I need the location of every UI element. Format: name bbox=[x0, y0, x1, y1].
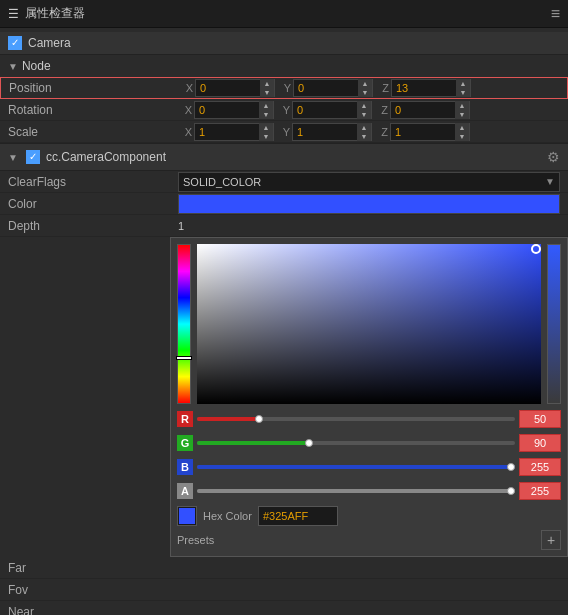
cp-hue-handle bbox=[176, 356, 192, 360]
near-label: Near bbox=[8, 605, 178, 616]
scale-y-axis-label: Y bbox=[276, 126, 290, 138]
pos-z-wrapper: ▲ ▼ bbox=[391, 79, 471, 97]
scale-y-up[interactable]: ▲ bbox=[357, 123, 371, 132]
scale-y-wrapper: ▲ ▼ bbox=[292, 123, 372, 141]
rgba-b-row: B bbox=[177, 456, 561, 478]
pos-x-up[interactable]: ▲ bbox=[260, 79, 274, 88]
a-slider-thumb bbox=[507, 487, 515, 495]
node-section-header[interactable]: ▼ Node bbox=[0, 55, 568, 77]
depth-value: 1 bbox=[178, 220, 184, 232]
cp-gradient-area[interactable] bbox=[197, 244, 541, 404]
pos-z-down[interactable]: ▼ bbox=[456, 88, 470, 97]
hex-swatch bbox=[177, 506, 197, 526]
color-row: Color bbox=[0, 193, 568, 215]
b-slider-track[interactable] bbox=[197, 465, 515, 469]
pos-z-axis-label: Z bbox=[375, 82, 389, 94]
near-row: Near bbox=[0, 601, 568, 615]
pos-y-down[interactable]: ▼ bbox=[358, 88, 372, 97]
depth-row: Depth 1 bbox=[0, 215, 568, 237]
rot-y-up[interactable]: ▲ bbox=[357, 101, 371, 110]
rot-z-up[interactable]: ▲ bbox=[455, 101, 469, 110]
rot-z-down[interactable]: ▼ bbox=[455, 110, 469, 119]
depth-label: Depth bbox=[8, 219, 178, 233]
rot-y-axis-label: Y bbox=[276, 104, 290, 116]
b-value-input[interactable] bbox=[519, 458, 561, 476]
scale-fields: X ▲ ▼ Y ▲ ▼ Z bbox=[178, 123, 560, 141]
pos-x-spinners: ▲ ▼ bbox=[260, 79, 274, 97]
rgba-a-row: A bbox=[177, 480, 561, 502]
fov-row: Fov bbox=[0, 579, 568, 601]
cp-cursor bbox=[531, 244, 541, 254]
scale-y-down[interactable]: ▼ bbox=[357, 132, 371, 141]
rot-x-down[interactable]: ▼ bbox=[259, 110, 273, 119]
pos-x-down[interactable]: ▼ bbox=[260, 88, 274, 97]
hex-input[interactable] bbox=[258, 506, 338, 526]
component-label: cc.CameraComponent bbox=[46, 150, 166, 164]
rot-y-down[interactable]: ▼ bbox=[357, 110, 371, 119]
r-value-input[interactable] bbox=[519, 410, 561, 428]
hex-color-preview bbox=[179, 508, 195, 524]
g-value-input[interactable] bbox=[519, 434, 561, 452]
rgba-r-row: R bbox=[177, 408, 561, 430]
position-row: Position X ▲ ▼ Y ▲ ▼ bbox=[0, 77, 568, 99]
scale-z-down[interactable]: ▼ bbox=[455, 132, 469, 141]
g-slider-thumb bbox=[305, 439, 313, 447]
rotation-fields: X ▲ ▼ Y ▲ ▼ Z bbox=[178, 101, 560, 119]
rgba-g-row: G bbox=[177, 432, 561, 454]
color-label: Color bbox=[8, 197, 178, 211]
presets-add-button[interactable]: + bbox=[541, 530, 561, 550]
rot-y-wrapper: ▲ ▼ bbox=[292, 101, 372, 119]
panel-menu-button[interactable]: ≡ bbox=[551, 5, 560, 23]
position-label: Position bbox=[9, 81, 179, 95]
pos-y-up[interactable]: ▲ bbox=[358, 79, 372, 88]
a-value-input[interactable] bbox=[519, 482, 561, 500]
scale-z-axis-label: Z bbox=[374, 126, 388, 138]
rot-z-spinners: ▲ ▼ bbox=[455, 101, 469, 119]
cp-hue-bar[interactable] bbox=[177, 244, 191, 404]
far-label: Far bbox=[8, 561, 178, 575]
rot-x-spinners: ▲ ▼ bbox=[259, 101, 273, 119]
rot-z-wrapper: ▲ ▼ bbox=[390, 101, 470, 119]
panel-title: 属性检查器 bbox=[25, 5, 85, 22]
rot-x-up[interactable]: ▲ bbox=[259, 101, 273, 110]
g-slider-track[interactable] bbox=[197, 441, 515, 445]
color-picker-popup: R G bbox=[170, 237, 568, 557]
scale-x-up[interactable]: ▲ bbox=[259, 123, 273, 132]
r-slider-fill bbox=[197, 417, 259, 421]
b-slider-fill bbox=[197, 465, 515, 469]
pos-x-axis-label: X bbox=[179, 82, 193, 94]
rgba-sliders: R G bbox=[177, 408, 561, 502]
camera-header: Camera bbox=[0, 32, 568, 55]
g-slider-fill bbox=[197, 441, 309, 445]
scale-x-down[interactable]: ▼ bbox=[259, 132, 273, 141]
clearflags-dropdown[interactable]: SOLID_COLOR ▼ bbox=[178, 172, 560, 192]
pos-y-wrapper: ▲ ▼ bbox=[293, 79, 373, 97]
scale-x-spinners: ▲ ▼ bbox=[259, 123, 273, 141]
panel-header: ☰ 属性检查器 ≡ bbox=[0, 0, 568, 28]
a-channel-label: A bbox=[177, 483, 193, 499]
pos-y-axis-label: Y bbox=[277, 82, 291, 94]
r-slider-track[interactable] bbox=[197, 417, 515, 421]
a-slider-track[interactable] bbox=[197, 489, 515, 493]
scale-row: Scale X ▲ ▼ Y ▲ ▼ Z bbox=[0, 121, 568, 143]
cp-alpha-bar[interactable] bbox=[547, 244, 561, 404]
far-row: Far bbox=[0, 557, 568, 579]
fov-label: Fov bbox=[8, 583, 178, 597]
color-bar[interactable] bbox=[178, 194, 560, 214]
pos-z-up[interactable]: ▲ bbox=[456, 79, 470, 88]
position-fields: X ▲ ▼ Y ▲ ▼ Z bbox=[179, 79, 559, 97]
g-channel-label: G bbox=[177, 435, 193, 451]
camera-checkbox[interactable] bbox=[8, 36, 22, 50]
presets-row: Presets + bbox=[177, 530, 561, 550]
component-gear-icon[interactable]: ⚙ bbox=[547, 149, 560, 165]
rot-x-wrapper: ▲ ▼ bbox=[194, 101, 274, 119]
hex-label: Hex Color bbox=[203, 510, 252, 522]
presets-label: Presets bbox=[177, 534, 214, 546]
cp-main-area bbox=[177, 244, 561, 404]
component-checkbox[interactable] bbox=[26, 150, 40, 164]
scale-z-wrapper: ▲ ▼ bbox=[390, 123, 470, 141]
pos-z-spinners: ▲ ▼ bbox=[456, 79, 470, 97]
scale-z-up[interactable]: ▲ bbox=[455, 123, 469, 132]
component-header: ▼ cc.CameraComponent ⚙ bbox=[0, 143, 568, 171]
component-arrow-icon: ▼ bbox=[8, 152, 18, 163]
